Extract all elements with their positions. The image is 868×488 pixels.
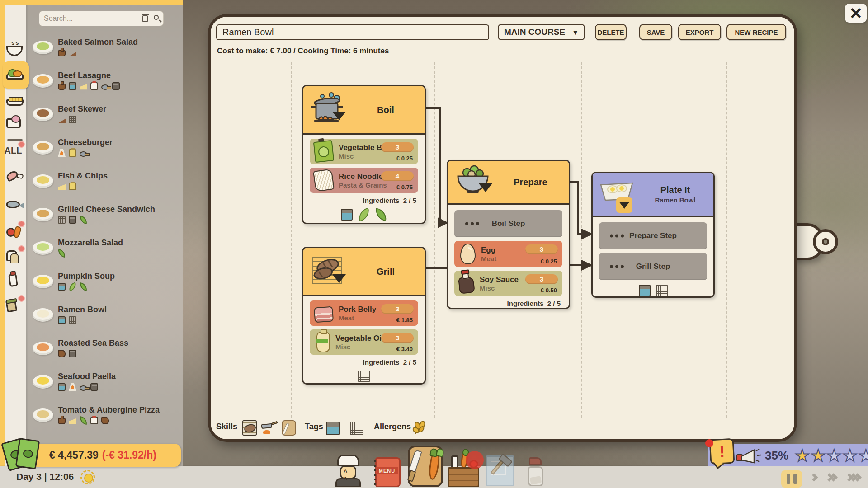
money-amount: € 4,457.39 [49, 449, 99, 461]
drag-handle-icon[interactable] [610, 235, 624, 238]
recipe-list-item[interactable]: Grilled Cheese Sandwich [26, 202, 183, 230]
collapse-arrow-icon[interactable] [479, 183, 492, 192]
search-icon[interactable] [154, 15, 159, 20]
node-grill[interactable]: Grill Pork Belly Meat 3 € 1.85 Vegetable… [302, 247, 426, 385]
ingredient-row[interactable]: Vegetable Oil Misc 3 € 3.40 [310, 329, 418, 355]
drag-handle-icon[interactable] [465, 222, 479, 225]
recipe-list-item[interactable]: Tomato & Aubergine Pizza [26, 402, 183, 430]
recipe-food-icon [33, 308, 53, 322]
menu-tool-icon[interactable]: MENU [375, 457, 401, 487]
ingredient-row[interactable]: Rice Noodles Pasta & Grains 4 € 0.75 [310, 168, 418, 193]
recipe-list-item[interactable]: Cheeseburger [26, 135, 183, 163]
node-plate-it[interactable]: Plate It Ramen Bowl Prepare Step Grill S… [591, 172, 715, 298]
pork-belly-icon [314, 306, 334, 323]
quantity-badge[interactable]: 3 [525, 244, 558, 254]
ingredients-alert-badge [466, 451, 484, 469]
pause-button[interactable] [781, 470, 802, 488]
filter-fish-icon[interactable] [6, 195, 24, 213]
recipe-list-item[interactable]: Pumpkin Soup [26, 268, 183, 296]
category-soups-icon[interactable] [6, 40, 24, 58]
cleaning-tool-icon[interactable] [524, 456, 548, 486]
milk-icon [90, 82, 98, 90]
close-button[interactable]: × [845, 4, 867, 23]
filter-meat-icon[interactable] [6, 166, 24, 184]
recipe-list-item[interactable]: Mozzarella Salad [26, 235, 183, 263]
recipe-list-item[interactable]: Seafood Paella [26, 369, 183, 397]
recipe-list-item[interactable]: Ramen Bowl [26, 302, 183, 330]
quantity-badge[interactable]: 4 [381, 171, 414, 181]
delete-button[interactable]: DELETE [595, 24, 627, 40]
category-main-courses-icon[interactable] [6, 64, 24, 82]
build-tool-icon[interactable] [486, 455, 515, 486]
node-prepare[interactable]: Prepare Boil Step Egg Meat 3 € 0.25 Soy … [447, 160, 570, 309]
cheese-icon [80, 82, 87, 90]
megaphone-icon [736, 447, 761, 465]
search-box[interactable] [39, 11, 164, 26]
category-desserts-icon[interactable] [6, 113, 24, 131]
cake-icon [69, 49, 76, 56]
pot-icon [58, 316, 66, 324]
cutting-board-skill-icon [282, 420, 296, 436]
node-tag-icons [303, 371, 425, 382]
search-input[interactable] [44, 13, 139, 24]
recipe-food-icon [33, 342, 53, 355]
new-recipe-button[interactable]: NEW RECIPE [726, 24, 786, 40]
quantity-badge[interactable]: 3 [381, 333, 414, 343]
quantity-badge[interactable]: 3 [525, 274, 558, 284]
speed-3x-button[interactable] [846, 474, 859, 480]
sauce-icon [58, 50, 66, 56]
filter-dairy-icon[interactable] [6, 271, 24, 289]
recipe-list-item[interactable]: Fish & Chips [26, 168, 183, 196]
collapse-arrow-icon[interactable] [332, 274, 346, 283]
save-button[interactable]: SAVE [639, 24, 672, 40]
pot-icon [341, 209, 353, 221]
staff-tool-icon[interactable] [335, 455, 361, 488]
course-dropdown-value: MAIN COURSE [504, 27, 565, 37]
recipe-list-item[interactable]: Roasted Sea Bass [26, 335, 183, 363]
export-button[interactable]: EXPORT [678, 24, 721, 40]
step-row[interactable]: Prepare Step [599, 222, 707, 249]
ingredient-row[interactable]: Soy Sauce Misc 3 € 0.50 [454, 271, 562, 296]
quantity-badge[interactable]: 3 [381, 142, 414, 152]
node-title: Grill [347, 267, 425, 277]
wheat-allergen-icon [411, 420, 428, 436]
recipe-name: Tomato & Aubergine Pizza [58, 405, 179, 415]
recipe-tag-icons [58, 249, 179, 257]
speed-1x-button[interactable] [811, 474, 815, 480]
drag-handle-icon[interactable] [610, 265, 624, 268]
quantity-badge[interactable]: 3 [381, 304, 414, 314]
recipe-name: Fish & Chips [58, 171, 179, 181]
ingredient-row[interactable]: Egg Meat 3 € 0.25 [454, 241, 562, 267]
ingredient-row[interactable]: Vegetable Broth Misc 3 € 0.25 [310, 139, 418, 164]
node-boil[interactable]: Boil Vegetable Broth Misc 3 € 0.25 Rice … [302, 85, 426, 224]
jug-icon [58, 350, 66, 357]
recipe-list-item[interactable]: Beef Skewer [26, 101, 183, 129]
leaves-icon [68, 282, 77, 291]
recipe-list-item[interactable]: Baked Salmon Salad [26, 34, 183, 62]
collapse-arrow-button[interactable] [616, 197, 632, 213]
frying-pan-skill-icon [261, 420, 276, 436]
step-row[interactable]: Grill Step [599, 253, 707, 280]
speed-2x-button[interactable] [826, 474, 835, 480]
collapse-arrow-icon[interactable] [332, 112, 346, 120]
step-row[interactable]: Boil Step [454, 210, 562, 237]
recipe-tag-icons [58, 417, 179, 424]
pan-icon [80, 385, 87, 391]
vegetable-broth-icon [313, 140, 335, 163]
recipe-food-icon [33, 241, 53, 255]
ingredient-row[interactable]: Pork Belly Meat 3 € 1.85 [310, 300, 418, 326]
course-dropdown[interactable]: MAIN COURSE ▼ [498, 24, 585, 40]
cake-icon [58, 116, 66, 123]
recipe-editor-board: MAIN COURSE ▼ DELETE SAVE EXPORT NEW REC… [208, 14, 797, 442]
node-title: Boil [347, 105, 425, 115]
egg-icon [460, 244, 476, 264]
recipes-tool-icon[interactable] [408, 446, 443, 487]
recipe-name-input[interactable] [216, 24, 489, 40]
recipe-list-item[interactable]: Beef Lasagne [26, 68, 183, 96]
soy-sauce-icon [458, 276, 475, 294]
category-sides-icon[interactable] [6, 90, 24, 108]
ingredients-count: Ingredients 2 / 5 [311, 358, 416, 366]
clear-search-icon[interactable] [142, 15, 148, 22]
notification-dot [18, 245, 25, 252]
ingredients-tool-icon[interactable] [448, 455, 479, 487]
